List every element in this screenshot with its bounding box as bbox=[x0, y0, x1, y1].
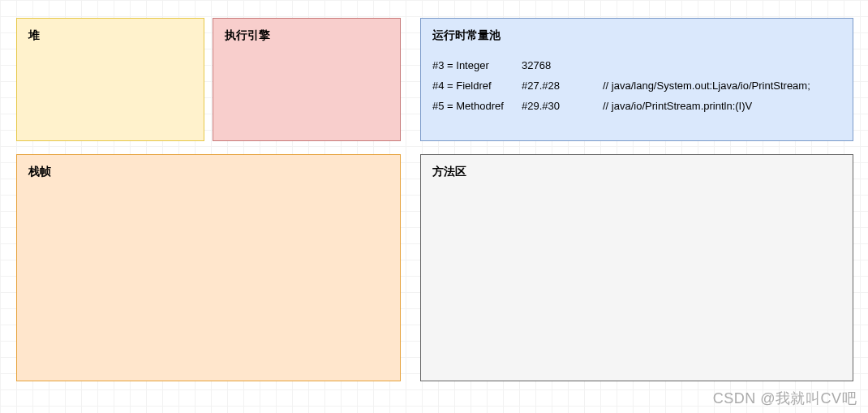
method-area-box: 方法区 bbox=[420, 154, 853, 381]
stack-frame-box: 栈帧 bbox=[16, 154, 401, 381]
heap-box: 堆 bbox=[16, 18, 204, 141]
pool-entry-ref: #29.#30 bbox=[522, 100, 603, 112]
pool-entry-id: #3 = Integer bbox=[432, 59, 522, 71]
pool-entry-ref: 32768 bbox=[522, 59, 603, 71]
pool-row: #3 = Integer 32768 bbox=[432, 59, 841, 71]
pool-row: #4 = Fieldref #27.#28 // java/lang/Syste… bbox=[432, 80, 841, 92]
pool-entry-comment: // java/io/PrintStream.println:(I)V bbox=[603, 100, 841, 112]
pool-row: #5 = Methodref #29.#30 // java/io/PrintS… bbox=[432, 100, 841, 112]
runtime-constant-pool-title: 运行时常量池 bbox=[432, 28, 841, 43]
heap-title: 堆 bbox=[28, 28, 192, 43]
runtime-constant-pool-box: 运行时常量池 #3 = Integer 32768 #4 = Fieldref … bbox=[420, 18, 853, 141]
execution-engine-title: 执行引擎 bbox=[225, 28, 389, 43]
execution-engine-box: 执行引擎 bbox=[213, 18, 401, 141]
pool-entry-comment: // java/lang/System.out:Ljava/io/PrintSt… bbox=[603, 80, 841, 92]
watermark: CSDN @我就叫CV吧 bbox=[713, 389, 857, 408]
pool-entry-comment bbox=[603, 59, 841, 71]
method-area-title: 方法区 bbox=[432, 165, 841, 179]
stack-frame-title: 栈帧 bbox=[28, 165, 389, 179]
pool-entry-id: #5 = Methodref bbox=[432, 100, 522, 112]
pool-entry-ref: #27.#28 bbox=[522, 80, 603, 92]
pool-entry-id: #4 = Fieldref bbox=[432, 80, 522, 92]
